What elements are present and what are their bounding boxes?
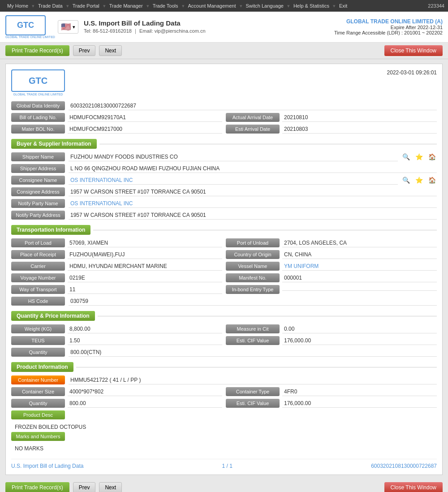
actual-arrival-label: Actual Arrival Date xyxy=(226,113,280,122)
nav-trade-tools[interactable]: Trade Tools xyxy=(149,3,182,9)
carrier-value: HDMU, HYUNDAI MERCHANT MARINE xyxy=(68,262,222,271)
top-navigation: My Home ▾ Trade Data ▾ Trade Portal ▾ Tr… xyxy=(0,0,448,12)
consignee-star-icon[interactable]: ⭐ xyxy=(414,177,424,184)
notify-party-address-value: 1957 W CARSON STREET #107 TORRANCE CA 90… xyxy=(69,211,437,220)
record-date: 2022-03-01 09:26:01 xyxy=(387,69,437,76)
carrier-label: Carrier xyxy=(11,262,65,271)
flag-dropdown-arrow: ▾ xyxy=(73,24,75,30)
teus-cif-row: TEUS 1.50 Esti. CIF Value 176,000.00 xyxy=(11,336,437,345)
nav-help[interactable]: Help & Statistics xyxy=(290,3,333,9)
header-title-area: U.S. Import Bill of Lading Data Tel: 86-… xyxy=(84,19,206,35)
prev-button-top[interactable]: Prev xyxy=(73,45,96,56)
nav-my-home[interactable]: My Home xyxy=(4,3,32,9)
esti-cif-value: 176,000.00 xyxy=(282,337,437,345)
weight-measure-row: Weight (KG) 8,800.00 Measure in Cit 0.00 xyxy=(11,324,437,333)
qty-price-section-header: Quantity & Price Information xyxy=(11,311,437,321)
global-data-identity-label: Global Data Identity xyxy=(11,101,65,110)
product-section-header: Product Information xyxy=(11,362,437,372)
carrier-vessel-row: Carrier HDMU, HYUNDAI MERCHANT MARINE Ve… xyxy=(11,262,437,271)
buyer-supplier-title: Buyer & Supplier Information xyxy=(11,139,97,149)
record-card: GTC GLOBAL TRADE ONLINE LIMITED 2022-03-… xyxy=(5,64,443,475)
container-size-type-row: Container Size 4000*907*802 Container Ty… xyxy=(11,387,437,396)
in-bond-entry-label: In-bond Entry Type xyxy=(226,285,280,294)
port-of-load-label: Port of Load xyxy=(11,238,65,247)
transport-type-row: Way of Transport 11 In-bond Entry Type xyxy=(11,285,437,294)
print-button-bottom[interactable]: Print Trade Record(s) xyxy=(5,482,69,492)
hs-code-row: HS Code 030759 xyxy=(11,297,437,306)
esti-cif-label: Esti. CIF Value xyxy=(226,336,280,345)
marks-row: Marks and Numbers xyxy=(11,432,437,441)
nav-trade-portal[interactable]: Trade Portal xyxy=(69,3,103,9)
account-number: 223344 xyxy=(428,3,444,9)
shipper-home-icon[interactable]: 🏠 xyxy=(427,153,437,160)
marks-value: NO MARKS xyxy=(11,444,437,453)
notify-party-name-label: Notify Party Name xyxy=(11,199,65,208)
language-flag-button[interactable]: 🇺🇸 ▾ xyxy=(58,20,78,34)
prod-qty-label: Quantity xyxy=(11,399,65,408)
shipper-search-icon[interactable]: 🔍 xyxy=(401,153,411,160)
container-type-value: 4FR0 xyxy=(282,388,437,396)
port-of-unload-value: 2704, LOS ANGELES, CA xyxy=(282,239,437,247)
footer-page: 1 / 1 xyxy=(222,463,233,469)
print-button-top[interactable]: Print Trade Record(s) xyxy=(5,45,69,56)
notify-party-name-value: OS INTERNATIONAL INC xyxy=(69,199,437,208)
weight-kg-label: Weight (KG) xyxy=(11,324,65,333)
actual-arrival-value: 20210810 xyxy=(282,113,437,122)
consignee-name-row: Consignee Name OS INTERNATIONAL INC 🔍 ⭐ … xyxy=(11,176,437,185)
next-button-top[interactable]: Next xyxy=(99,45,122,56)
nav-exit[interactable]: Exit xyxy=(336,3,351,9)
header-contact: Tel: 86-512-69162018 ｜ Email: vip@piersc… xyxy=(84,28,206,35)
quantity-value: 800.00(CTN) xyxy=(69,348,437,357)
nav-trade-manager[interactable]: Trade Manager xyxy=(106,3,146,9)
country-of-origin-label: Country of Origin xyxy=(226,250,280,259)
product-title: Product Information xyxy=(11,362,73,372)
in-bond-entry-value xyxy=(282,289,437,291)
section-divider xyxy=(99,144,437,144)
footer-source: U.S. Import Bill of Lading Data xyxy=(11,463,83,469)
next-button-bottom[interactable]: Next xyxy=(99,482,122,492)
close-button-bottom[interactable]: Close This Window xyxy=(384,482,443,492)
nav-account-management[interactable]: Account Management xyxy=(185,3,240,9)
prod-esti-cif-value: 176,000.00 xyxy=(282,399,437,408)
record-header: GTC GLOBAL TRADE ONLINE LIMITED 2022-03-… xyxy=(11,69,437,96)
consignee-name-label: Consignee Name xyxy=(11,176,65,185)
prev-button-bottom[interactable]: Prev xyxy=(73,482,96,492)
manifest-no-value: 000001 xyxy=(282,274,437,282)
record-logo: GTC xyxy=(11,69,65,92)
hs-code-label: HS Code xyxy=(11,297,65,306)
nav-switch-language[interactable]: Switch Language xyxy=(242,3,287,9)
nav-trade-data[interactable]: Trade Data xyxy=(34,3,66,9)
port-row: Port of Load 57069, XIAMEN Port of Unloa… xyxy=(11,238,437,247)
footer-id: 6003202108130000722687 xyxy=(371,463,437,469)
product-desc-row: Product Desc xyxy=(11,410,437,419)
qty-price-title: Quantity & Price Information xyxy=(11,311,95,321)
shipper-address-label: Shipper Address xyxy=(11,164,65,173)
main-content: GTC GLOBAL TRADE ONLINE LIMITED 2022-03-… xyxy=(0,59,448,479)
bill-of-lading-value: HDMUFOCM929170A1 xyxy=(68,113,222,122)
arrival-col: Actual Arrival Date 20210810 xyxy=(226,113,437,122)
notify-party-name-row: Notify Party Name OS INTERNATIONAL INC xyxy=(11,199,437,208)
measure-cit-value: 0.00 xyxy=(282,325,437,333)
expiry-date: Expire After 2022-12-31 xyxy=(334,25,443,30)
transport-section-header: Transportation Information xyxy=(11,225,437,235)
consignee-address-value: 1957 W CARSON STREET #107 TORRANCE CA 90… xyxy=(69,188,437,196)
bill-col: Bill of Lading No. HDMUFOCM929170A1 xyxy=(11,113,222,122)
voyage-manifest-row: Voyage Number 0219E Manifest No. 000001 xyxy=(11,273,437,282)
close-button-top[interactable]: Close This Window xyxy=(384,45,443,56)
consignee-home-icon[interactable]: 🏠 xyxy=(427,177,437,184)
product-desc-value: FROZEN BOILED OCTOPUS xyxy=(11,422,437,432)
section-divider-4 xyxy=(76,367,437,367)
logo-area: GTC GLOBAL TRADE ONLINE LIMITED 🇺🇸 ▾ xyxy=(5,15,78,39)
container-size-label: Container Size xyxy=(11,387,65,396)
notify-party-address-label: Notify Party Address xyxy=(11,211,65,220)
logo-sub: GLOBAL TRADE ONLINE LIMITED xyxy=(5,35,55,39)
global-data-identity-row: Global Data Identity 6003202108130000722… xyxy=(11,101,437,110)
manifest-no-label: Manifest No. xyxy=(226,273,280,282)
port-of-load-value: 57069, XIAMEN xyxy=(68,239,222,247)
teus-value: 1.50 xyxy=(68,337,222,345)
page-title: U.S. Import Bill of Lading Data xyxy=(84,19,206,27)
shipper-star-icon[interactable]: ⭐ xyxy=(414,153,424,160)
consignee-search-icon[interactable]: 🔍 xyxy=(401,177,411,184)
global-data-identity-value: 6003202108130000722687 xyxy=(69,102,437,110)
esti-arrival-col: Esti Arrival Date 20210803 xyxy=(226,125,437,134)
